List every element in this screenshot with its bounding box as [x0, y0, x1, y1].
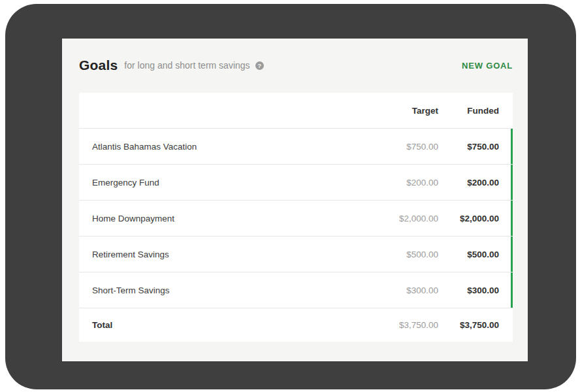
target-column-header: Target: [373, 106, 438, 116]
goal-row[interactable]: Emergency Fund $200.00 $200.00: [79, 164, 513, 200]
goal-target-value: $200.00: [373, 178, 438, 188]
device-frame: Goals for long and short term savings ? …: [5, 4, 576, 389]
goal-row[interactable]: Short-Term Savings $300.00 $300.00: [79, 272, 513, 308]
total-funded-value: $3,750.00: [438, 320, 499, 330]
help-question-icon[interactable]: ?: [255, 61, 264, 70]
new-goal-button[interactable]: NEW GOAL: [462, 61, 513, 71]
goal-funded-value: $750.00: [438, 142, 499, 152]
goal-name: Home Downpayment: [92, 214, 373, 223]
goal-funded-value: $300.00: [438, 286, 499, 295]
goal-funded-value: $2,000.00: [438, 214, 499, 223]
goal-rows: Atlantis Bahamas Vacation $750.00 $750.0…: [79, 128, 513, 308]
page-header: Goals for long and short term savings ? …: [79, 56, 513, 75]
funded-progress-bar: [511, 201, 513, 236]
funded-column-header: Funded: [438, 106, 499, 116]
goal-target-value: $300.00: [373, 286, 438, 295]
total-target-value: $3,750.00: [373, 320, 438, 330]
goal-name: Emergency Fund: [92, 178, 373, 188]
funded-progress-bar: [511, 237, 513, 272]
table-header-row: Target Funded: [79, 93, 513, 128]
total-label: Total: [92, 320, 373, 330]
goal-funded-value: $200.00: [438, 178, 499, 188]
funded-progress-bar: [511, 129, 513, 164]
goals-screen: Goals for long and short term savings ? …: [62, 39, 528, 361]
goal-name: Atlantis Bahamas Vacation: [92, 142, 373, 152]
funded-progress-bar: [511, 165, 513, 200]
goal-row[interactable]: Atlantis Bahamas Vacation $750.00 $750.0…: [79, 128, 513, 164]
goal-target-value: $750.00: [373, 142, 438, 152]
page-title: Goals: [79, 57, 118, 73]
goals-table: Target Funded Atlantis Bahamas Vacation …: [79, 93, 513, 342]
goal-target-value: $500.00: [373, 250, 438, 259]
goal-row[interactable]: Home Downpayment $2,000.00 $2,000.00: [79, 200, 513, 236]
goal-target-value: $2,000.00: [373, 214, 438, 223]
goal-funded-value: $500.00: [438, 250, 499, 259]
funded-progress-bar: [511, 272, 513, 308]
page-subtitle: for long and short term savings: [124, 60, 250, 71]
total-row: Total $3,750.00 $3,750.00: [79, 308, 513, 342]
goal-name: Retirement Savings: [92, 250, 373, 259]
goal-name: Short-Term Savings: [92, 286, 373, 295]
goal-row[interactable]: Retirement Savings $500.00 $500.00: [79, 236, 513, 272]
